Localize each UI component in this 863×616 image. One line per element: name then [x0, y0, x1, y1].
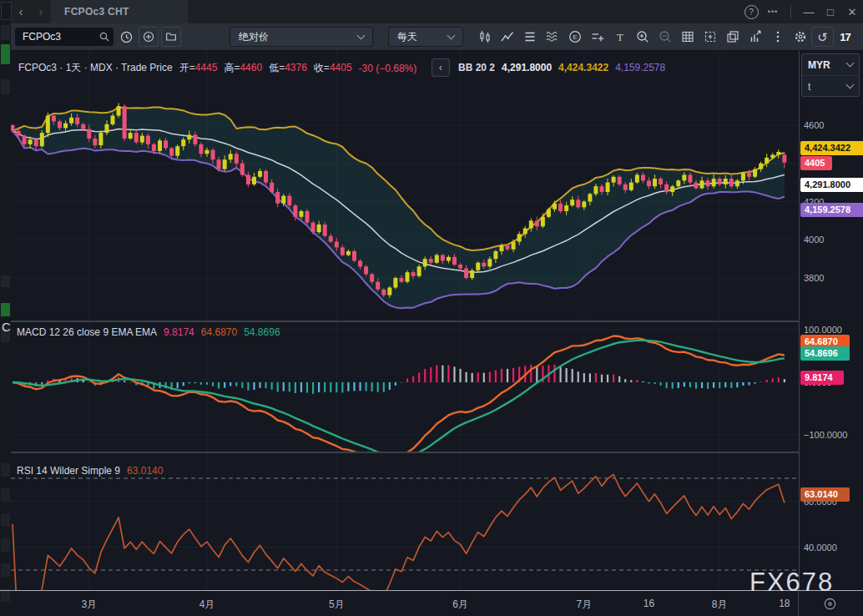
strip-block [1, 2, 12, 20]
minimize-button[interactable]: — [798, 3, 820, 21]
export-chart-button[interactable] [744, 26, 766, 48]
open-layout-button[interactable] [161, 27, 181, 47]
events-button[interactable]: E [563, 26, 586, 48]
bb-basis-value: 4,291.8000 [502, 62, 552, 73]
rsi-legend: RSI 14 Wilder Simple 9 63.0140 [17, 465, 163, 477]
rsi-title: RSI 14 Wilder Simple 9 [17, 465, 120, 477]
timeframe-dropdown[interactable]: 每天 [388, 27, 463, 47]
copy-icon [725, 29, 740, 44]
macd-line-value: 64.6870 [201, 326, 237, 338]
price-mode-value: 绝对价 [239, 30, 358, 44]
add-symbol-button[interactable] [139, 27, 159, 47]
change-value: -30 (−0.68%) [359, 63, 417, 74]
zoom-out-button[interactable] [654, 26, 676, 48]
close-label: 收= [314, 62, 330, 73]
time-axis-label: 7月 [576, 598, 592, 612]
maximize-button[interactable]: □ [820, 3, 841, 21]
axis-tick: 3800 [804, 272, 824, 284]
axis-tick: 4000 [804, 234, 824, 245]
strip-block [1, 275, 10, 287]
low-value: 4376 [285, 62, 307, 73]
back-button[interactable]: ‹ [11, 3, 31, 21]
strip-block [1, 513, 10, 527]
time-axis-label: 16 [643, 598, 654, 609]
high-value: 4460 [240, 62, 262, 73]
tradingview-logo: 17 [840, 31, 850, 43]
tab-fcpoc3-cht[interactable]: FCPOc3 CHT [51, 0, 188, 23]
tradingview-logo-button[interactable]: 17 [834, 26, 856, 48]
pane-separator[interactable] [11, 321, 863, 322]
price-mode-dropdown[interactable]: 绝对价 [230, 27, 373, 47]
zoom-out-icon [658, 29, 673, 44]
strip-block [1, 563, 10, 577]
symbol-search [15, 28, 114, 46]
wave-tool-button[interactable] [541, 26, 563, 48]
price-scale[interactable]: MYR t 4600420040003800100.00000.0000−100… [799, 50, 863, 590]
chevron-down-icon [447, 31, 456, 39]
more-menu-button[interactable]: ••• [762, 3, 784, 21]
currency-row[interactable]: MYR [802, 54, 859, 75]
pane-separator[interactable] [11, 452, 863, 453]
cropped-icon: C [2, 320, 11, 334]
undo-button[interactable]: ↺ [811, 27, 834, 47]
search-icon [98, 31, 110, 43]
settings-button[interactable] [789, 26, 811, 48]
rsi-value: 63.0140 [127, 465, 163, 477]
indicators-button[interactable] [496, 26, 518, 48]
clock-button[interactable] [116, 27, 136, 47]
plus-circle-icon [142, 30, 155, 43]
templates-button[interactable] [518, 26, 541, 48]
time-axis-label: 5月 [329, 598, 345, 612]
left-edge-strip [0, 0, 11, 616]
chevron-down-icon [846, 59, 855, 68]
candles-icon [477, 29, 492, 44]
chart-style-button[interactable] [473, 26, 496, 48]
strip-block [1, 44, 10, 64]
open-value: 4445 [195, 62, 218, 73]
copy-chart-button[interactable] [721, 26, 744, 48]
toolbar: 绝对价 每天 E T [11, 23, 863, 51]
waves-icon [545, 29, 560, 44]
timezone-icon[interactable] [823, 597, 837, 611]
price-badge: 54.8696 [800, 346, 850, 361]
data-window-button[interactable] [676, 26, 699, 48]
text-tool-icon: T [613, 29, 628, 44]
chevron-down-icon [357, 31, 366, 39]
titlebar: ‹ › FCPOc3 CHT ? ••• — □ ✕ [11, 0, 863, 24]
help-icon: ? [744, 5, 759, 19]
axis-tick: −100.0000 [804, 429, 847, 441]
close-button[interactable]: ✕ [841, 3, 863, 21]
time-scale[interactable]: 3月4月5月6月7月8月1618 [0, 591, 863, 616]
macd-hist-value: 9.8174 [164, 326, 194, 338]
forward-button[interactable]: › [31, 3, 51, 21]
zoom-in-icon [635, 29, 650, 44]
price-badge: 4,291.8000 [800, 178, 863, 192]
bar-chart-icon [748, 29, 763, 44]
time-axis-label: 3月 [81, 598, 97, 612]
unit-row[interactable]: t [802, 75, 859, 97]
gear-icon [793, 29, 808, 44]
more-tools-button[interactable] [766, 26, 789, 48]
trading-app-window: C ‹ › FCPOc3 CHT ? ••• — □ ✕ 绝对价 [0, 0, 863, 616]
price-badge: 63.0140 [800, 487, 850, 502]
zoom-in-button[interactable] [631, 26, 654, 48]
watermark: FX678 [749, 568, 834, 598]
currency-unit-selector[interactable]: MYR t [801, 53, 860, 97]
price-legend: FCPOc3 · 1天 · MDX · Trade Price 开=4445 高… [18, 61, 416, 75]
macd-title: MACD 12 26 close 9 EMA EMA [17, 326, 157, 338]
collapse-legend-button[interactable]: ‹ [432, 58, 450, 77]
price-badge: 9.8174 [800, 371, 844, 385]
compare-button[interactable] [586, 26, 608, 48]
help-button[interactable]: ? [740, 3, 762, 21]
time-axis-label: 4月 [199, 598, 215, 612]
e-circle-icon: E [568, 29, 583, 44]
strip-block [1, 303, 10, 316]
bb-legend: ‹ BB 20 2 4,291.8000 4,424.3422 4,159.25… [432, 58, 665, 77]
open-label: 开= [179, 62, 195, 73]
text-tool-button[interactable]: T [608, 26, 631, 48]
unit-label: t [808, 81, 810, 93]
price-badge: 4,159.2578 [800, 203, 863, 217]
strip-block [1, 488, 10, 502]
snapshot-button[interactable] [699, 26, 721, 48]
axis-tick: 100.0000 [804, 324, 842, 336]
